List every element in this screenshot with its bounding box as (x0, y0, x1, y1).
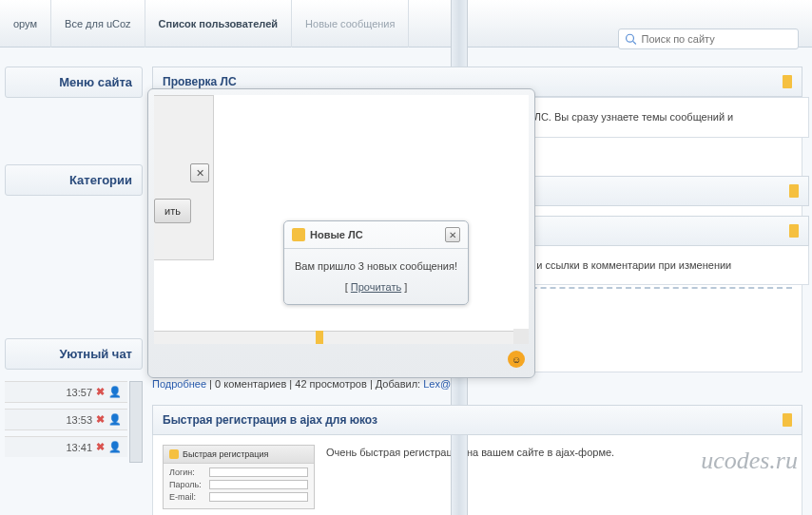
chat-message[interactable]: 13:53 ✖ 👤 (5, 409, 127, 430)
read-more-link[interactable]: Подробнее (152, 378, 206, 390)
delete-icon[interactable]: ✖ (96, 441, 105, 453)
login-field (209, 467, 308, 477)
sidebar-categories-title: Категории (5, 164, 143, 196)
new-messages-dialog: Новые ЛС ✕ Вам пришло 3 новых сообщения!… (283, 220, 469, 305)
nav-menu: орум Все для uCoz Список пользователей Н… (0, 0, 409, 48)
close-button[interactable]: ✕ (445, 227, 460, 242)
login-label: Логин: (169, 467, 205, 477)
mail-icon (292, 228, 305, 241)
dialog-body: Вам пришло 3 новых сообщения! [ Прочитат… (284, 249, 468, 304)
bracket-close: ] (401, 281, 407, 293)
dialog-header: Новые ЛС ✕ (284, 221, 468, 249)
post-description: Очень быстрая регистрация на вашем сайте… (326, 445, 614, 461)
nav-item-ucoz[interactable]: Все для uCoz (51, 0, 145, 48)
chat-message[interactable]: 13:41 ✖ 👤 (5, 436, 127, 457)
nav-item-forum[interactable]: орум (0, 0, 51, 48)
search-icon (625, 32, 637, 46)
comments-count: 0 коментариев (215, 378, 286, 390)
registration-form-preview: Быстрая регистрация Логин: Пароль: E-mai… (163, 445, 315, 509)
form-icon (169, 449, 179, 459)
popup-content: ✕ ить (154, 95, 529, 344)
delete-icon[interactable]: ✖ (96, 413, 105, 426)
pass-field (209, 480, 308, 489)
delete-icon[interactable]: ✖ (96, 386, 105, 398)
dialog-title: Новые ЛС (310, 229, 445, 240)
chat-time: 13:41 (66, 442, 92, 453)
post-title: Проверка ЛС (163, 75, 237, 88)
collapse-icon[interactable] (783, 413, 792, 427)
preview-fragment: ✕ ить (154, 95, 214, 260)
watermark: ucodes.ru (701, 447, 798, 475)
author-link[interactable]: Lex@ (423, 378, 451, 390)
email-field (209, 492, 308, 502)
collapse-icon[interactable] (789, 184, 799, 198)
chat-message[interactable]: 13:57 ✖ 👤 (5, 381, 127, 403)
sidebar-menu-title: Меню сайта (5, 67, 143, 98)
scrollbar[interactable] (129, 381, 143, 463)
close-icon: ✕ (190, 163, 209, 182)
email-label: E-mail: (169, 492, 205, 502)
emoji-icon[interactable]: ☺ (508, 351, 525, 368)
search-input[interactable] (642, 33, 792, 45)
views-count: 42 просмотров (295, 378, 367, 390)
sidebar: Меню сайта Категории Уютный чат 13:57 ✖ … (0, 67, 143, 515)
collapse-icon[interactable] (789, 224, 799, 238)
preview-button: ить (154, 199, 191, 223)
post-title: Быстрая регистрация в ajax для юкоз (163, 413, 377, 427)
top-navigation: орум Все для uCoz Список пользователей Н… (0, 0, 812, 48)
dialog-message: Вам пришло 3 новых сообщения! (294, 260, 458, 272)
chat-time: 13:57 (66, 387, 92, 398)
form-title: Быстрая регистрация (183, 449, 268, 459)
user-icon: 👤 (108, 413, 122, 426)
chat-time: 13:53 (66, 414, 92, 426)
post-title-bar: Быстрая регистрация в ajax для юкоз (152, 405, 802, 435)
user-icon: 👤 (108, 386, 122, 398)
scroll-thumb[interactable] (316, 331, 323, 344)
svg-point-0 (627, 34, 634, 42)
nav-item-newmsg[interactable]: Новые сообщения (292, 0, 409, 48)
resize-handle[interactable] (513, 329, 529, 344)
search-box[interactable] (618, 29, 799, 49)
added-label: Добавил: (376, 378, 420, 390)
nav-item-users[interactable]: Список пользователей (145, 0, 292, 48)
pass-label: Пароль: (169, 480, 205, 489)
sidebar-chat-title: Уютный чат (5, 338, 143, 370)
read-link[interactable]: Прочитать (351, 281, 401, 293)
user-icon: 👤 (108, 441, 122, 453)
svg-line-1 (633, 41, 636, 44)
scrollbar-horizontal[interactable] (154, 331, 513, 344)
